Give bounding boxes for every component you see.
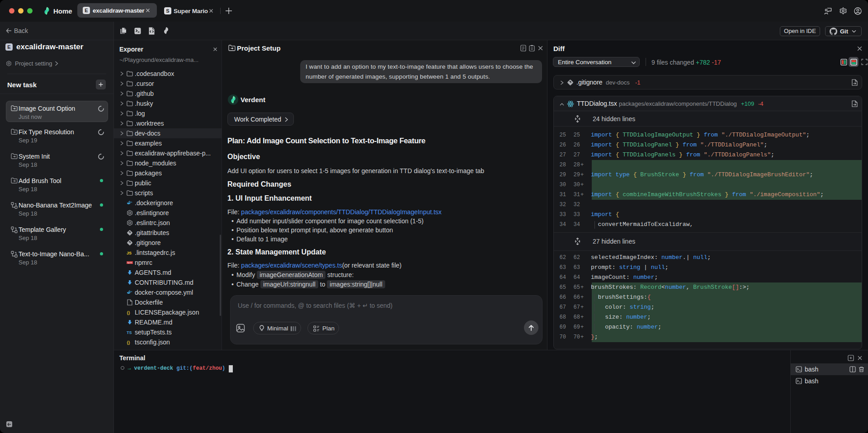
svg-text:TS: TS bbox=[127, 330, 132, 335]
svg-text:{}: {} bbox=[127, 340, 131, 345]
svg-text:JS: JS bbox=[127, 251, 132, 255]
svg-text:{}: {} bbox=[127, 311, 131, 315]
